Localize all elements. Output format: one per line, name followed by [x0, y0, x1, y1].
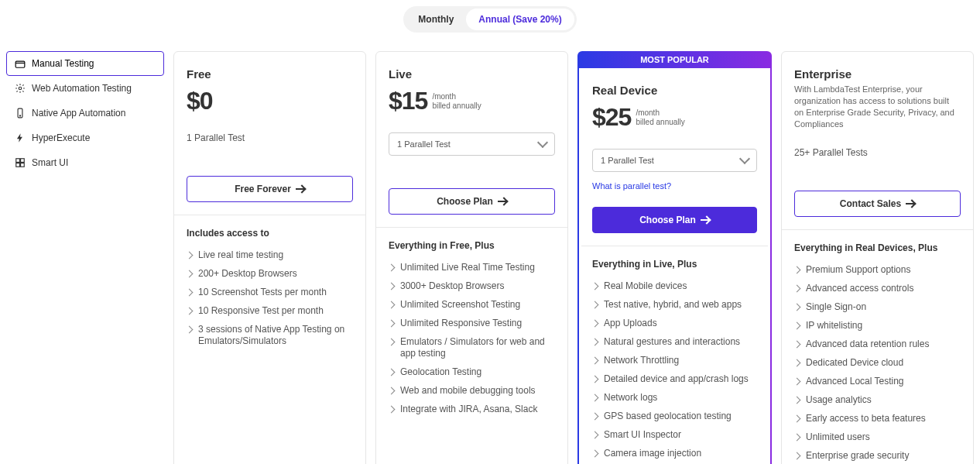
feature-item: Real Mobile devices [592, 280, 757, 292]
plan-subtitle: With LambdaTest Enterprise, your organiz… [794, 84, 961, 130]
arrow-right-icon [296, 186, 305, 192]
chevron-right-icon [186, 270, 194, 278]
arrow-right-icon [906, 201, 915, 207]
feature-item: 3000+ Desktop Browsers [389, 280, 555, 292]
plan-title: Live [389, 67, 555, 81]
sidebar-item-3[interactable]: HyperExecute [6, 125, 164, 150]
chevron-right-icon [591, 431, 599, 439]
sidebar-icon-3 [15, 132, 26, 143]
plan-card-2: MOST POPULARReal Device$25/monthbilled a… [577, 51, 772, 464]
feature-item: Live real time testing [187, 249, 353, 261]
chevron-right-icon [591, 357, 599, 365]
plan-title: Free [187, 67, 353, 81]
plan-cta-button[interactable]: Choose Plan [592, 207, 757, 233]
chevron-right-icon [793, 341, 801, 349]
parallel-label: 1 Parallel Test [187, 132, 353, 143]
parallel-select[interactable]: 1 Parallel Test [592, 149, 757, 172]
chevron-right-icon [591, 320, 599, 328]
plan-title: Enterprise [794, 67, 961, 81]
features-title: Everything in Free, Plus [389, 240, 555, 251]
plan-price: $15 [389, 87, 427, 115]
feature-item: Geolocation Testing [389, 366, 555, 378]
chevron-right-icon [388, 301, 396, 309]
plan-cta-button[interactable]: Free Forever [187, 176, 353, 202]
chevron-right-icon [186, 308, 194, 315]
divider [174, 215, 365, 215]
divider [782, 229, 973, 230]
feature-item: Advanced Local Testing [794, 376, 961, 387]
chevron-down-icon [739, 153, 750, 164]
sidebar-icon-0 [15, 58, 26, 69]
sidebar-item-1[interactable]: Web Automation Testing [6, 76, 164, 101]
chevron-right-icon [388, 406, 396, 414]
arrow-right-icon [498, 198, 507, 205]
sidebar-label: Manual Testing [32, 58, 94, 69]
feature-item: 200+ Desktop Browsers [187, 268, 353, 280]
chevron-right-icon [591, 283, 599, 290]
divider [376, 227, 567, 228]
chevron-right-icon [591, 450, 599, 458]
parallel-label: 25+ Parallel Tests [794, 147, 961, 158]
chevron-right-icon [793, 359, 801, 367]
feature-item: Natural gestures and interactions [592, 336, 757, 348]
chevron-right-icon [388, 339, 396, 346]
chevron-right-icon [591, 376, 599, 383]
toggle-monthly[interactable]: Monthly [406, 9, 466, 30]
feature-item: Dedicated Device cloud [794, 357, 961, 369]
category-sidebar: Manual TestingWeb Automation TestingNati… [6, 51, 164, 464]
sidebar-label: Native App Automation [32, 108, 125, 119]
plan-price: $0 [187, 87, 213, 115]
feature-item: Unlimited Live Real Time Testing [389, 262, 555, 273]
chevron-right-icon [591, 339, 599, 346]
feature-item: Emulators / Simulators for web and app t… [389, 336, 555, 359]
parallel-select[interactable]: 1 Parallel Test [389, 132, 555, 156]
plan-card-0: Free$01 Parallel TestFree ForeverInclude… [173, 51, 366, 464]
feature-item: IP whitelisting [794, 320, 961, 332]
plan-cta-button[interactable]: Contact Sales [794, 191, 961, 217]
sidebar-item-2[interactable]: Native App Automation [6, 101, 164, 125]
feature-item: Enterprise grade security [794, 450, 961, 462]
feature-item: GPS based geolocation testing [592, 411, 757, 422]
feature-item: Network logs [592, 392, 757, 404]
svg-rect-7 [21, 163, 25, 167]
feature-item: Single Sign-on [794, 301, 961, 313]
svg-point-1 [19, 87, 22, 90]
feature-item: 10 Screenshot Tests per month [187, 287, 353, 298]
feature-item: Test native, hybrid, and web apps [592, 299, 757, 311]
feature-item: 3 sessions of Native App Testing on Emul… [187, 324, 353, 347]
plan-cta-button[interactable]: Choose Plan [389, 188, 555, 215]
chevron-right-icon [186, 252, 194, 259]
chevron-right-icon [793, 285, 801, 293]
svg-rect-4 [16, 159, 20, 163]
chevron-right-icon [388, 283, 396, 290]
chevron-right-icon [388, 320, 396, 328]
chevron-down-icon [537, 137, 548, 148]
plan-title: Real Device [592, 84, 757, 97]
popular-badge: MOST POPULAR [577, 51, 772, 68]
feature-item: Unlimited Screenshot Testing [389, 299, 555, 311]
sidebar-label: HyperExecute [32, 132, 90, 143]
feature-item: Usage analytics [794, 394, 961, 406]
parallel-info-link[interactable]: What is parallel test? [592, 181, 671, 191]
feature-item: Integrate with JIRA, Asana, Slack [389, 404, 555, 415]
feature-item: Early access to beta features [794, 413, 961, 424]
arrow-right-icon [701, 217, 710, 223]
features-title: Everything in Live, Plus [592, 259, 757, 270]
chevron-right-icon [388, 369, 396, 376]
sidebar-item-0[interactable]: Manual Testing [6, 51, 164, 76]
chevron-right-icon [591, 301, 599, 309]
plan-period: /month [432, 92, 456, 101]
feature-item: Smart UI Inspector [592, 429, 757, 441]
plan-card-3: EnterpriseWith LambdaTest Enterprise, yo… [781, 51, 974, 464]
chevron-right-icon [793, 304, 801, 311]
chevron-right-icon [186, 326, 194, 334]
toggle-annual[interactable]: Annual (Save 20%) [466, 9, 574, 30]
feature-item: Unlimited Responsive Testing [389, 318, 555, 329]
feature-item: Network Throttling [592, 355, 757, 366]
sidebar-item-4[interactable]: Smart UI [6, 150, 164, 175]
features-title: Includes access to [187, 228, 353, 239]
sidebar-icon-4 [15, 157, 26, 168]
chevron-right-icon [388, 264, 396, 272]
sidebar-icon-1 [15, 83, 26, 94]
feature-item: Advanced data retention rules [794, 339, 961, 350]
